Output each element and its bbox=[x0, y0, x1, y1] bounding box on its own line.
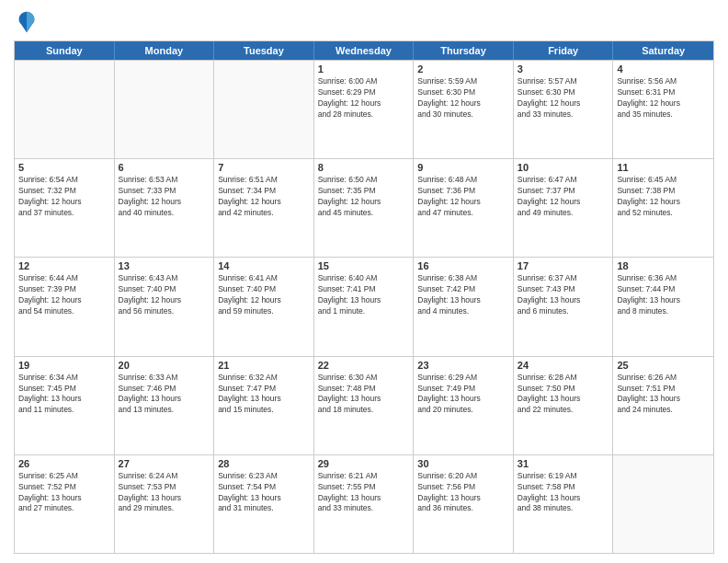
day-number: 2 bbox=[417, 63, 509, 75]
weekday-header-monday: Monday bbox=[115, 41, 215, 60]
empty-cell-0-1 bbox=[115, 61, 215, 158]
calendar-row-4: 26Sunrise: 6:25 AM Sunset: 7:52 PM Dayli… bbox=[15, 454, 713, 553]
day-number: 6 bbox=[119, 162, 210, 173]
day-number: 28 bbox=[218, 458, 310, 469]
weekday-header-friday: Friday bbox=[514, 41, 614, 60]
empty-cell-4-6 bbox=[613, 455, 713, 553]
day-info: Sunrise: 6:24 AM Sunset: 7:53 PM Dayligh… bbox=[119, 471, 210, 515]
day-info: Sunrise: 6:41 AM Sunset: 7:40 PM Dayligh… bbox=[218, 273, 310, 317]
day-info: Sunrise: 6:30 AM Sunset: 7:48 PM Dayligh… bbox=[318, 373, 410, 417]
day-number: 21 bbox=[218, 360, 310, 371]
day-cell-7: 7Sunrise: 6:51 AM Sunset: 7:34 PM Daylig… bbox=[214, 159, 314, 257]
weekday-header-sunday: Sunday bbox=[15, 41, 115, 60]
day-cell-9: 9Sunrise: 6:48 AM Sunset: 7:36 PM Daylig… bbox=[414, 159, 514, 257]
calendar: SundayMondayTuesdayWednesdayThursdayFrid… bbox=[14, 40, 714, 554]
weekday-header-tuesday: Tuesday bbox=[214, 41, 314, 60]
logo-icon bbox=[14, 9, 40, 35]
day-number: 17 bbox=[518, 260, 609, 271]
day-info: Sunrise: 6:33 AM Sunset: 7:46 PM Dayligh… bbox=[119, 373, 210, 417]
day-cell-16: 16Sunrise: 6:38 AM Sunset: 7:42 PM Dayli… bbox=[414, 258, 514, 355]
day-info: Sunrise: 6:47 AM Sunset: 7:37 PM Dayligh… bbox=[518, 175, 609, 219]
day-cell-31: 31Sunrise: 6:19 AM Sunset: 7:58 PM Dayli… bbox=[514, 455, 614, 553]
day-info: Sunrise: 6:29 AM Sunset: 7:49 PM Dayligh… bbox=[417, 373, 509, 417]
weekday-header-saturday: Saturday bbox=[613, 41, 713, 60]
day-info: Sunrise: 6:28 AM Sunset: 7:50 PM Dayligh… bbox=[518, 373, 609, 417]
day-number: 14 bbox=[218, 260, 310, 271]
day-number: 1 bbox=[318, 63, 410, 75]
day-cell-22: 22Sunrise: 6:30 AM Sunset: 7:48 PM Dayli… bbox=[314, 357, 415, 454]
day-cell-1: 1Sunrise: 6:00 AM Sunset: 6:29 PM Daylig… bbox=[314, 61, 415, 158]
day-number: 13 bbox=[119, 260, 210, 271]
day-cell-6: 6Sunrise: 6:53 AM Sunset: 7:33 PM Daylig… bbox=[115, 159, 215, 257]
day-cell-14: 14Sunrise: 6:41 AM Sunset: 7:40 PM Dayli… bbox=[214, 258, 314, 355]
day-info: Sunrise: 6:26 AM Sunset: 7:51 PM Dayligh… bbox=[617, 373, 710, 417]
day-info: Sunrise: 6:53 AM Sunset: 7:33 PM Dayligh… bbox=[119, 175, 210, 219]
day-cell-20: 20Sunrise: 6:33 AM Sunset: 7:46 PM Dayli… bbox=[115, 357, 215, 454]
day-info: Sunrise: 6:43 AM Sunset: 7:40 PM Dayligh… bbox=[119, 273, 210, 317]
day-number: 7 bbox=[218, 162, 310, 173]
day-info: Sunrise: 6:36 AM Sunset: 7:44 PM Dayligh… bbox=[617, 273, 710, 317]
day-info: Sunrise: 6:54 AM Sunset: 7:32 PM Dayligh… bbox=[18, 175, 110, 219]
day-number: 20 bbox=[119, 360, 210, 371]
day-number: 18 bbox=[617, 260, 710, 271]
day-info: Sunrise: 6:51 AM Sunset: 7:34 PM Dayligh… bbox=[218, 175, 310, 219]
page: SundayMondayTuesdayWednesdayThursdayFrid… bbox=[0, 0, 728, 563]
day-cell-8: 8Sunrise: 6:50 AM Sunset: 7:35 PM Daylig… bbox=[314, 159, 415, 257]
day-cell-10: 10Sunrise: 6:47 AM Sunset: 7:37 PM Dayli… bbox=[514, 159, 614, 257]
calendar-row-0: 1Sunrise: 6:00 AM Sunset: 6:29 PM Daylig… bbox=[15, 60, 713, 158]
day-cell-21: 21Sunrise: 6:32 AM Sunset: 7:47 PM Dayli… bbox=[214, 357, 314, 454]
day-info: Sunrise: 6:50 AM Sunset: 7:35 PM Dayligh… bbox=[318, 175, 410, 219]
day-number: 11 bbox=[617, 162, 710, 173]
weekday-header-thursday: Thursday bbox=[414, 41, 514, 60]
day-number: 3 bbox=[518, 63, 609, 75]
day-number: 26 bbox=[18, 458, 110, 469]
day-info: Sunrise: 6:20 AM Sunset: 7:56 PM Dayligh… bbox=[417, 471, 509, 515]
day-info: Sunrise: 6:25 AM Sunset: 7:52 PM Dayligh… bbox=[18, 471, 110, 515]
day-number: 19 bbox=[18, 360, 110, 371]
day-cell-24: 24Sunrise: 6:28 AM Sunset: 7:50 PM Dayli… bbox=[514, 357, 614, 454]
calendar-row-3: 19Sunrise: 6:34 AM Sunset: 7:45 PM Dayli… bbox=[15, 356, 713, 454]
day-cell-26: 26Sunrise: 6:25 AM Sunset: 7:52 PM Dayli… bbox=[15, 455, 115, 553]
day-cell-19: 19Sunrise: 6:34 AM Sunset: 7:45 PM Dayli… bbox=[15, 357, 115, 454]
day-info: Sunrise: 5:56 AM Sunset: 6:31 PM Dayligh… bbox=[617, 76, 710, 121]
day-info: Sunrise: 6:32 AM Sunset: 7:47 PM Dayligh… bbox=[218, 373, 310, 417]
header bbox=[14, 9, 714, 35]
day-cell-28: 28Sunrise: 6:23 AM Sunset: 7:54 PM Dayli… bbox=[214, 455, 314, 553]
day-info: Sunrise: 6:37 AM Sunset: 7:43 PM Dayligh… bbox=[518, 273, 609, 317]
day-info: Sunrise: 6:34 AM Sunset: 7:45 PM Dayligh… bbox=[18, 373, 110, 417]
day-info: Sunrise: 6:23 AM Sunset: 7:54 PM Dayligh… bbox=[218, 471, 310, 515]
day-number: 9 bbox=[417, 162, 509, 173]
day-cell-29: 29Sunrise: 6:21 AM Sunset: 7:55 PM Dayli… bbox=[314, 455, 415, 553]
day-number: 22 bbox=[318, 360, 410, 371]
calendar-row-1: 5Sunrise: 6:54 AM Sunset: 7:32 PM Daylig… bbox=[15, 158, 713, 257]
day-cell-18: 18Sunrise: 6:36 AM Sunset: 7:44 PM Dayli… bbox=[613, 258, 713, 355]
day-cell-25: 25Sunrise: 6:26 AM Sunset: 7:51 PM Dayli… bbox=[613, 357, 713, 454]
day-info: Sunrise: 5:59 AM Sunset: 6:30 PM Dayligh… bbox=[417, 76, 509, 121]
day-number: 8 bbox=[318, 162, 410, 173]
weekday-header-wednesday: Wednesday bbox=[314, 41, 415, 60]
day-cell-15: 15Sunrise: 6:40 AM Sunset: 7:41 PM Dayli… bbox=[314, 258, 415, 355]
day-number: 4 bbox=[617, 63, 710, 75]
day-cell-3: 3Sunrise: 5:57 AM Sunset: 6:30 PM Daylig… bbox=[514, 61, 614, 158]
logo bbox=[14, 9, 43, 35]
day-number: 25 bbox=[617, 360, 710, 371]
day-number: 5 bbox=[18, 162, 110, 173]
calendar-row-2: 12Sunrise: 6:44 AM Sunset: 7:39 PM Dayli… bbox=[15, 257, 713, 355]
day-cell-27: 27Sunrise: 6:24 AM Sunset: 7:53 PM Dayli… bbox=[115, 455, 215, 553]
day-info: Sunrise: 6:40 AM Sunset: 7:41 PM Dayligh… bbox=[318, 273, 410, 317]
day-info: Sunrise: 6:38 AM Sunset: 7:42 PM Dayligh… bbox=[417, 273, 509, 317]
day-info: Sunrise: 6:44 AM Sunset: 7:39 PM Dayligh… bbox=[18, 273, 110, 317]
day-number: 15 bbox=[318, 260, 410, 271]
day-cell-11: 11Sunrise: 6:45 AM Sunset: 7:38 PM Dayli… bbox=[613, 159, 713, 257]
day-number: 29 bbox=[318, 458, 410, 469]
day-info: Sunrise: 6:45 AM Sunset: 7:38 PM Dayligh… bbox=[617, 175, 710, 219]
day-cell-23: 23Sunrise: 6:29 AM Sunset: 7:49 PM Dayli… bbox=[414, 357, 514, 454]
day-number: 10 bbox=[518, 162, 609, 173]
day-cell-12: 12Sunrise: 6:44 AM Sunset: 7:39 PM Dayli… bbox=[15, 258, 115, 355]
day-cell-5: 5Sunrise: 6:54 AM Sunset: 7:32 PM Daylig… bbox=[15, 159, 115, 257]
day-number: 12 bbox=[18, 260, 110, 271]
day-cell-30: 30Sunrise: 6:20 AM Sunset: 7:56 PM Dayli… bbox=[414, 455, 514, 553]
day-info: Sunrise: 5:57 AM Sunset: 6:30 PM Dayligh… bbox=[518, 76, 609, 121]
day-number: 27 bbox=[119, 458, 210, 469]
empty-cell-0-2 bbox=[214, 61, 314, 158]
